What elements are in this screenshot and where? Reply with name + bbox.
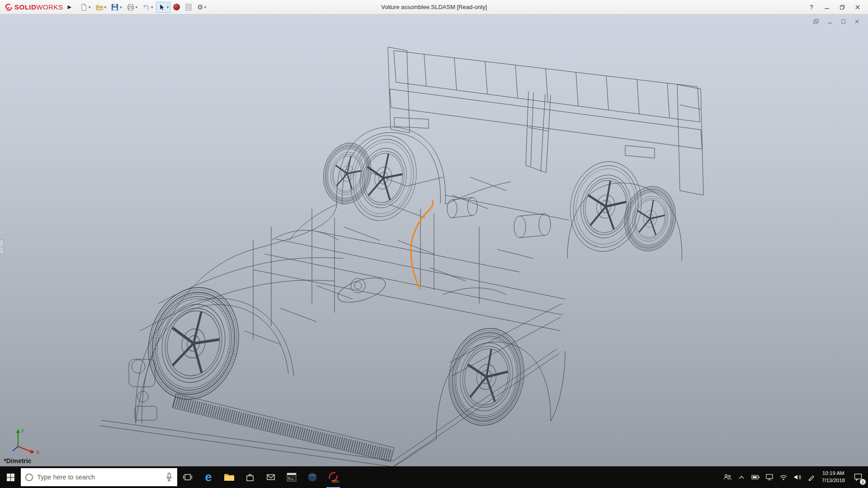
- graphics-area[interactable]: ‹: [0, 14, 868, 466]
- solidworks-icon: 2017: [327, 471, 339, 483]
- sphere-icon: [307, 472, 318, 483]
- restore-icon: [840, 5, 845, 10]
- new-document-button[interactable]: ▾: [78, 2, 93, 13]
- dropdown-icon: ▾: [89, 5, 91, 9]
- dropdown-icon: ▾: [120, 5, 122, 9]
- close-button[interactable]: [851, 2, 864, 13]
- flyout-arrow-icon[interactable]: ▶: [67, 4, 75, 10]
- file-properties-button[interactable]: [183, 2, 194, 13]
- solidworks-logo: SOLIDWORKS: [0, 3, 67, 11]
- microphone-icon[interactable]: [165, 473, 173, 482]
- file-properties-icon: [184, 3, 193, 11]
- select-cursor-icon: [158, 3, 166, 11]
- wifi-button[interactable]: [777, 466, 791, 488]
- windows-logo-icon: [7, 474, 14, 481]
- dropdown-icon: ▾: [104, 5, 107, 9]
- save-floppy-icon: [111, 3, 119, 11]
- open-button[interactable]: ▾: [94, 2, 108, 13]
- mail-button[interactable]: [260, 466, 281, 488]
- ethernet-icon: [765, 474, 774, 481]
- maximize-button[interactable]: [835, 2, 849, 13]
- view-orientation-label: *Dimetric: [4, 457, 31, 465]
- tray-expand-button[interactable]: [735, 466, 749, 488]
- open-folder-icon: [95, 3, 104, 11]
- chevron-up-icon: [738, 475, 745, 479]
- undo-button[interactable]: ▾: [140, 2, 155, 13]
- ds-logo-icon: [5, 3, 13, 11]
- edge-icon: e: [205, 471, 212, 483]
- wifi-icon: [779, 474, 788, 481]
- close-icon: [854, 19, 860, 24]
- clock[interactable]: 10:19 AM 7/13/2018: [819, 466, 848, 488]
- clock-date: 7/13/2018: [822, 477, 845, 484]
- volume-button[interactable]: [791, 466, 805, 488]
- console-app-button[interactable]: [281, 466, 302, 488]
- titlebar: SOLIDWORKS ▶ ▾ ▾: [0, 0, 868, 14]
- triad-y-label: Y: [21, 428, 24, 434]
- doc-cascade-button[interactable]: [811, 17, 821, 25]
- battery-button[interactable]: [749, 466, 763, 488]
- action-center-button[interactable]: 2: [848, 466, 868, 488]
- standard-toolbar: ▾ ▾ ▾: [75, 2, 208, 13]
- notification-badge: 2: [860, 479, 866, 485]
- system-tray: 10:19 AM 7/13/2018 2: [721, 466, 868, 488]
- solidworks-year: 2017: [332, 479, 339, 483]
- pen-button[interactable]: [805, 466, 819, 488]
- battery-icon: [751, 474, 760, 480]
- pen-icon: [808, 474, 815, 481]
- folder-icon: [224, 473, 235, 482]
- dropdown-icon: ▾: [136, 5, 138, 9]
- dropdown-icon: ▾: [151, 5, 153, 9]
- restore-icon: [840, 19, 846, 24]
- save-button[interactable]: ▾: [109, 2, 124, 13]
- window-controls: ?: [805, 2, 868, 13]
- close-icon: [855, 5, 860, 10]
- options-button[interactable]: ⚙ ▾: [195, 2, 208, 13]
- task-view-icon: [183, 472, 193, 482]
- store-button[interactable]: [240, 466, 260, 488]
- printer-icon: [127, 3, 135, 11]
- edge-button[interactable]: e: [198, 466, 219, 488]
- print-button[interactable]: ▾: [125, 2, 140, 13]
- gear-icon: ⚙: [197, 4, 203, 10]
- brand-text: SOLIDWORKS: [14, 3, 63, 11]
- undo-arrow-icon: [142, 3, 150, 11]
- doc-restore-button[interactable]: [838, 17, 848, 25]
- desktop: SOLIDWORKS ▶ ▾ ▾: [0, 0, 868, 488]
- rebuild-icon: [173, 4, 180, 10]
- speaker-icon: [793, 474, 802, 481]
- network-button[interactable]: [763, 466, 777, 488]
- triad-x-label: X: [36, 450, 40, 455]
- minimize-icon: [827, 19, 833, 24]
- store-bag-icon: [245, 472, 255, 482]
- file-explorer-button[interactable]: [219, 466, 240, 488]
- doc-close-button[interactable]: [852, 17, 862, 25]
- new-document-icon: [80, 3, 88, 11]
- wireframe-model: [0, 14, 868, 466]
- people-button[interactable]: [721, 466, 735, 488]
- terminal-icon: [286, 472, 297, 482]
- task-view-button[interactable]: [177, 466, 198, 488]
- start-button[interactable]: [0, 466, 21, 488]
- reference-triad: Y X: [8, 428, 44, 455]
- clock-time: 10:19 AM: [822, 470, 845, 477]
- dropdown-icon: ▾: [204, 5, 207, 9]
- rebuild-button[interactable]: [171, 2, 182, 13]
- taskbar-search[interactable]: [21, 468, 177, 486]
- cortana-icon: [25, 474, 33, 481]
- windows-taskbar: e: [0, 466, 868, 488]
- select-tool-button[interactable]: ▾: [156, 2, 171, 13]
- doc-minimize-button[interactable]: [825, 17, 835, 25]
- document-window-controls: [811, 17, 862, 25]
- dropdown-icon: ▾: [167, 5, 169, 9]
- people-icon: [723, 473, 732, 481]
- sphere-app-button[interactable]: [302, 466, 323, 488]
- mail-envelope-icon: [266, 472, 276, 482]
- help-button[interactable]: ?: [805, 2, 818, 13]
- minimize-icon: [824, 5, 830, 10]
- search-input[interactable]: [37, 474, 161, 481]
- minimize-button[interactable]: [820, 2, 834, 13]
- cascade-icon: [813, 19, 819, 24]
- solidworks-taskbar-button[interactable]: 2017: [323, 466, 344, 488]
